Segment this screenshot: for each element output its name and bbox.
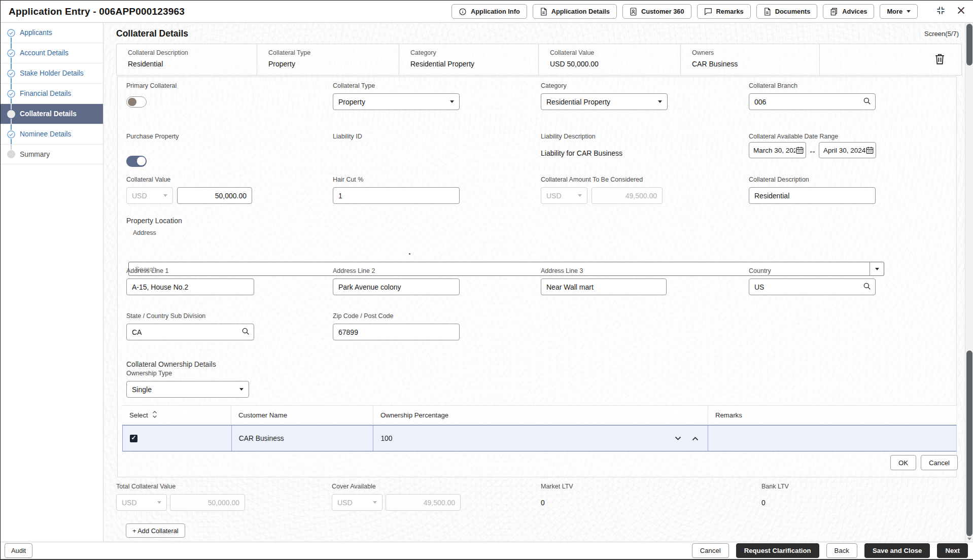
header-ownership-percentage[interactable]: Ownership Percentage xyxy=(373,406,708,425)
bank-ltv-label: Bank LTV xyxy=(761,483,789,490)
zip-label: Zip Code / Post Code xyxy=(333,312,394,320)
date-range-label: Collateral Available Date Range xyxy=(749,133,838,140)
caret-down-icon xyxy=(875,268,879,270)
address-line3-label: Address Line 3 xyxy=(541,267,583,274)
document-icon xyxy=(763,8,771,16)
stepper-up-icon[interactable] xyxy=(692,435,699,442)
sidebar-item-collateral-details[interactable]: Collateral Details xyxy=(1,104,103,124)
ok-button[interactable]: OK xyxy=(890,455,916,470)
stray-dot-artifact xyxy=(409,253,410,255)
date-to-input[interactable]: April 30, 2024 xyxy=(819,142,876,158)
country-input[interactable] xyxy=(749,278,876,295)
caret-down-icon xyxy=(907,10,911,13)
trash-icon[interactable] xyxy=(933,52,946,67)
more-button[interactable]: More xyxy=(880,4,918,19)
scrollbar-thumb[interactable] xyxy=(966,351,972,536)
collateral-type-select[interactable]: Property xyxy=(333,93,460,110)
scrollbar-thumb-top[interactable] xyxy=(966,24,972,65)
vertical-scrollbar[interactable] xyxy=(965,23,973,542)
category-select[interactable]: Residential Property xyxy=(541,93,668,110)
check-circle-icon xyxy=(7,130,15,138)
page-title: Application Entry - 006APP000123963 xyxy=(9,6,185,17)
amount-considered-currency-select: USD xyxy=(541,187,587,204)
sidebar-item-account-details[interactable]: Account Details xyxy=(1,43,103,63)
back-button[interactable]: Back xyxy=(826,543,857,558)
next-button[interactable]: Next xyxy=(937,543,968,558)
screen-indicator: Screen(5/7) xyxy=(924,30,959,38)
collateral-value-currency-select: USD xyxy=(126,187,173,204)
row-checkbox[interactable] xyxy=(130,435,137,442)
add-collateral-button[interactable]: + Add Collateral xyxy=(126,523,185,538)
summary-category: Category Residential Property xyxy=(399,44,539,75)
amount-considered-field xyxy=(592,187,663,204)
scrollbar-down-arrow-icon[interactable] xyxy=(967,538,971,540)
primary-collateral-toggle[interactable] xyxy=(126,96,147,108)
close-icon[interactable] xyxy=(957,6,965,17)
footer-buttons: Cancel Request Clarification Back Save a… xyxy=(692,543,968,558)
search-icon[interactable] xyxy=(862,96,872,108)
request-clarification-button[interactable]: Request Clarification xyxy=(736,543,819,558)
address-line3-input[interactable] xyxy=(541,278,667,295)
caret-down-icon xyxy=(578,194,582,197)
collateral-branch-input[interactable] xyxy=(749,93,876,110)
caret-down-icon xyxy=(163,194,167,197)
header-remarks[interactable]: Remarks xyxy=(708,406,957,425)
application-details-button[interactable]: Application Details xyxy=(533,4,617,19)
collapse-icon[interactable] xyxy=(936,6,946,17)
collateral-description-field xyxy=(749,187,876,204)
sidebar-item-nominee-details[interactable]: Nominee Details xyxy=(1,124,103,145)
advices-button[interactable]: Advices xyxy=(823,4,874,19)
combobox-caret-button[interactable] xyxy=(870,262,884,275)
collateral-available-date-range: March 30, 2024 ↔ April 30, 2024 xyxy=(749,142,876,158)
sidebar-item-applicants[interactable]: Applicants xyxy=(1,23,103,43)
liability-description-value: Liability for CAR Business xyxy=(541,149,622,157)
ownership-type-select[interactable]: Single xyxy=(126,381,249,398)
address-line2-label: Address Line 2 xyxy=(333,267,375,274)
country-field xyxy=(749,278,876,295)
collateral-value-amount-input[interactable] xyxy=(177,187,252,204)
summary-collateral-description: Collateral Description Residential xyxy=(117,44,257,75)
haircut-field xyxy=(333,187,460,204)
header-select[interactable]: Select xyxy=(122,406,231,425)
summary-collateral-value: Collateral Value USD 50,000.00 xyxy=(539,44,681,75)
wizard-stepper-sidebar: Applicants Account Details Stake Holder … xyxy=(1,23,103,542)
cancel-button[interactable]: Cancel xyxy=(692,543,729,558)
state-input[interactable] xyxy=(126,324,254,340)
address-line2-input[interactable] xyxy=(333,278,460,295)
caret-down-icon xyxy=(239,388,244,391)
remarks-button[interactable]: Remarks xyxy=(697,4,751,19)
cancel-ownership-button[interactable]: Cancel xyxy=(921,455,958,470)
date-from-input[interactable]: March 30, 2024 xyxy=(749,142,806,158)
search-icon[interactable] xyxy=(862,282,872,293)
sort-icon[interactable] xyxy=(152,411,157,419)
collateral-type-label: Collateral Type xyxy=(333,82,375,89)
application-info-button[interactable]: Application Info xyxy=(451,4,527,19)
ownership-table-row[interactable]: CAR Business 100 xyxy=(122,425,957,451)
sidebar-item-financial-details[interactable]: Financial Details xyxy=(1,84,103,104)
save-and-close-button[interactable]: Save and Close xyxy=(864,543,930,558)
sidebar-item-summary[interactable]: Summary xyxy=(1,145,103,164)
zip-input[interactable] xyxy=(333,324,460,340)
address-label: Address xyxy=(133,229,156,236)
category-label: Category xyxy=(541,82,567,89)
property-location-heading: Property Location xyxy=(126,217,182,225)
calendar-icon xyxy=(795,146,804,155)
caret-down-icon xyxy=(658,100,662,103)
search-icon[interactable] xyxy=(241,327,250,338)
collateral-branch-field xyxy=(749,93,876,110)
purchase-property-toggle[interactable] xyxy=(126,156,147,167)
summary-owners: Owners CAR Business xyxy=(681,44,820,75)
documents-button[interactable]: Documents xyxy=(756,4,818,19)
calendar-icon xyxy=(865,146,874,155)
ownership-actions: OK Cancel xyxy=(890,455,958,470)
collateral-description-input[interactable] xyxy=(749,187,876,204)
haircut-input[interactable] xyxy=(333,187,460,204)
stepper-down-icon[interactable] xyxy=(675,435,681,442)
customer-360-button[interactable]: Customer 360 xyxy=(622,4,691,19)
comment-icon xyxy=(704,8,712,15)
header-customer-name[interactable]: Customer Name xyxy=(231,406,373,425)
address-line1-input[interactable] xyxy=(126,278,254,295)
sidebar-item-stake-holder-details[interactable]: Stake Holder Details xyxy=(1,63,103,84)
audit-button[interactable]: Audit xyxy=(5,543,32,558)
caret-down-icon xyxy=(373,501,377,504)
